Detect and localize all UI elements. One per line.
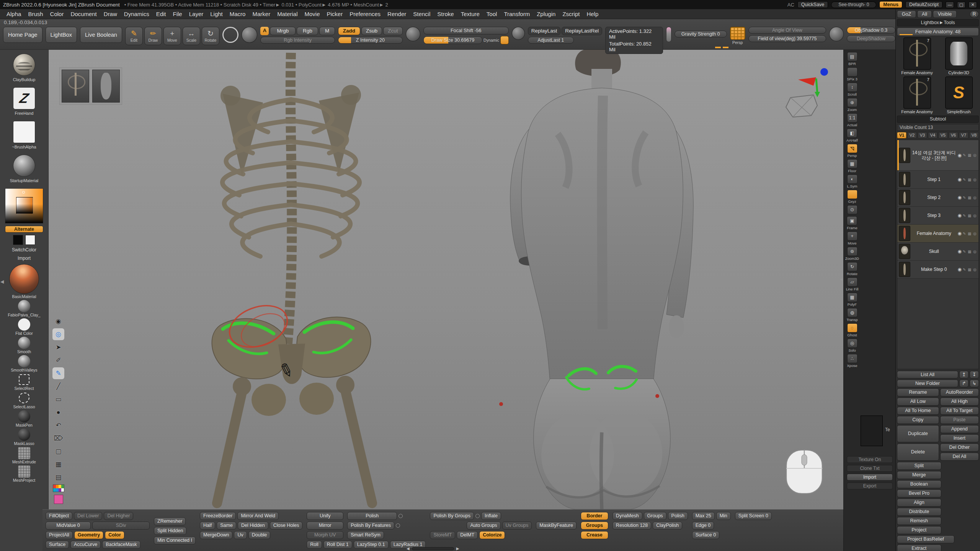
stroke-type-button[interactable] xyxy=(222,27,238,43)
version-tab[interactable]: V5 xyxy=(938,132,948,139)
cursor-icon[interactable]: ➤ xyxy=(52,341,64,353)
body-model[interactable] xyxy=(499,50,693,509)
scroll-left-icon[interactable]: ◀ xyxy=(407,546,410,551)
backface-mask-button[interactable]: BackfaceMask xyxy=(102,541,140,549)
document-canvas[interactable]: ✎ xyxy=(49,50,843,509)
menu-item[interactable]: Zplugin xyxy=(533,10,559,18)
dynamic-mode-icon[interactable] xyxy=(500,36,509,44)
scroll-right-icon[interactable]: ▶ xyxy=(456,546,459,551)
edge-slider[interactable]: Edge 0 xyxy=(692,522,714,530)
subtool-row[interactable]: Female Anatomy ◉ ✎ ▦ ◎ xyxy=(897,225,978,243)
eye-icon[interactable]: ◉ xyxy=(957,195,961,200)
min-button[interactable]: Min xyxy=(716,512,731,520)
menu-item[interactable]: Draw xyxy=(100,10,121,18)
color-button[interactable]: Color xyxy=(105,531,124,539)
del-mt-button[interactable]: DelMT xyxy=(457,531,478,539)
dynamesh-polish-button[interactable]: Polish xyxy=(668,512,688,520)
shelf-button[interactable]: ◌ Ghost xyxy=(847,323,858,337)
half-button[interactable]: Half xyxy=(200,522,215,530)
saturation-square[interactable] xyxy=(16,197,33,214)
visible-button[interactable]: Visible xyxy=(933,10,957,18)
magnifier-icon[interactable]: ⊙ xyxy=(847,205,858,215)
menu-item[interactable]: Macro xyxy=(226,10,249,18)
shelf-button[interactable]: 1:1 Actual xyxy=(847,113,858,127)
sdiv-slider[interactable]: SDiv xyxy=(92,522,150,530)
subtool-row-icons[interactable]: ◉ ✎ ▦ ◎ xyxy=(957,249,977,254)
tray-item[interactable]: FabioPaiva_Clay_ xyxy=(8,300,40,317)
delete-button[interactable]: Delete xyxy=(897,443,939,461)
all-to-home-button[interactable]: All To Home xyxy=(897,407,939,415)
shelf-button[interactable]: ↕ Scroll xyxy=(847,83,858,96)
insert-button[interactable]: Insert xyxy=(940,434,979,442)
right-tray-collapse-arrow[interactable]: « xyxy=(840,276,843,282)
shelf-button[interactable]: ◎ Solo xyxy=(847,339,858,352)
mirror-and-weld-button[interactable]: Mirror And Weld xyxy=(237,512,278,520)
trash-icon[interactable]: ⌦ xyxy=(52,432,64,444)
menu-item[interactable]: Document xyxy=(67,10,100,18)
rgb-intensity-slider[interactable]: Rgb Intensity xyxy=(260,37,335,44)
double-button[interactable]: Double xyxy=(248,531,271,539)
replay-last-rel-button[interactable]: ReplayLastRel xyxy=(562,27,602,35)
dynamic-label[interactable]: Dynamic xyxy=(483,38,499,42)
subtool-row[interactable]: Step 1 ◉ ✎ ▦ ◎ xyxy=(897,171,978,189)
shelf-button[interactable]: ▣ Frame xyxy=(847,216,857,230)
skeleton-model[interactable] xyxy=(212,53,372,503)
subtool-row-icons[interactable]: ◉ ✎ ▦ ◎ xyxy=(957,153,977,158)
all-button[interactable]: All xyxy=(917,10,932,18)
shelf-button[interactable]: ◐ L.Sym xyxy=(847,174,858,188)
material-preview-button[interactable] xyxy=(242,27,258,43)
polish-by-features-button[interactable]: Polish By Features xyxy=(347,522,394,530)
extract-button[interactable]: Extract xyxy=(897,544,941,551)
mask-by-feature-button[interactable]: MaskByFeature xyxy=(536,522,577,530)
subtool-row-icons[interactable]: ◉ ✎ ▦ ◎ xyxy=(957,195,977,200)
eye-icon[interactable]: ◉ xyxy=(957,177,961,182)
tray-slot[interactable]: ~BrushAlpha xyxy=(10,121,39,149)
subtool-row-icons[interactable]: ◉ ✎ ▦ ◎ xyxy=(957,177,977,182)
body-back-thumb[interactable] xyxy=(92,70,120,103)
current-tool-button[interactable]: Female Anatomy. 48 xyxy=(897,28,979,36)
tray-slot[interactable]: StartupMaterial xyxy=(10,155,39,183)
menu-item[interactable]: Layer xyxy=(186,10,207,18)
eye-icon[interactable]: ◉ xyxy=(957,267,961,272)
lazy-step-slider[interactable]: LazyStep 0.1 xyxy=(354,541,389,549)
main-color-swatch[interactable] xyxy=(13,235,23,245)
groups-button[interactable]: Groups xyxy=(581,522,608,530)
move-down-button[interactable]: ↧ xyxy=(970,371,979,378)
comment-icon[interactable]: ▢ xyxy=(52,445,64,457)
subtool-row-icons[interactable]: ◉ ✎ ▦ ◎ xyxy=(957,213,977,218)
obj-shadow-slider[interactable]: ObjShadow 0.3 xyxy=(847,27,895,34)
perspective-toggle[interactable]: Persp xyxy=(730,27,745,45)
project-button[interactable]: Project xyxy=(897,526,941,534)
tray-item[interactable]: Smooth xyxy=(17,337,31,354)
duplicate-button[interactable]: Duplicate xyxy=(897,425,939,442)
mode-button[interactable]: ✏ Draw xyxy=(144,27,162,45)
surface-button[interactable]: Surface xyxy=(46,541,69,549)
default-zscript-button[interactable]: DefaultZscript xyxy=(905,1,942,8)
mirror-button[interactable]: Mirror xyxy=(307,522,343,530)
dynamesh-button[interactable]: DynaMesh xyxy=(612,512,642,520)
dynamesh-groups-button[interactable]: Groups xyxy=(644,512,666,520)
append-button[interactable]: Append xyxy=(940,425,979,433)
mode-button[interactable]: ↔ Scale xyxy=(183,27,200,45)
see-through-slider[interactable]: See-through- 0 xyxy=(831,2,876,8)
all-to-target-button[interactable]: All To Target xyxy=(940,407,979,415)
canvas-scrollbar[interactable]: ◀ ▶ xyxy=(407,546,459,551)
subtool-mini-icons[interactable]: ✎ ▦ ◎ xyxy=(963,231,977,236)
polish-by-groups-button[interactable]: Polish By Groups xyxy=(430,512,474,520)
shelf-button[interactable]: ⊚ Zoom3D xyxy=(845,247,859,261)
tray-slot[interactable]: ClayBuildup xyxy=(10,54,39,82)
texture-on-button[interactable]: Texture On xyxy=(847,456,893,463)
lightbox-button[interactable]: LightBox xyxy=(46,27,77,43)
clipboard-icon[interactable]: ▤ xyxy=(52,471,64,483)
zcut-button[interactable]: Zcut xyxy=(383,27,403,35)
undo-icon[interactable]: ↶ xyxy=(52,419,64,431)
subtool-mini-icons[interactable]: ✎ ▦ ◎ xyxy=(963,249,977,254)
version-tab[interactable]: V8 xyxy=(969,132,979,139)
menu-item[interactable]: Stencil xyxy=(410,10,434,18)
tray-item[interactable]: MaskPen xyxy=(16,410,33,427)
quicksave-button[interactable]: QuickSave xyxy=(797,1,828,8)
del-other-button[interactable]: Del Other xyxy=(940,443,979,452)
tray-item[interactable]: MaskLasso xyxy=(14,429,34,446)
subtool-row[interactable]: 14성 여성 3단계 바디 각상 - [전완] ◉ ✎ ▦ ◎ xyxy=(897,140,978,171)
subtool-mini-icons[interactable]: ✎ ▦ ◎ xyxy=(963,196,977,200)
